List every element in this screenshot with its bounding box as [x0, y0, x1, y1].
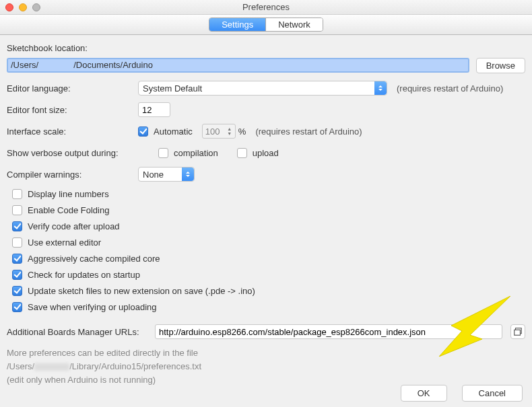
external-editor-checkbox[interactable] — [12, 237, 22, 248]
interface-scale-label: Interface scale: — [7, 126, 138, 137]
chevron-updown-icon — [182, 168, 194, 181]
ok-button[interactable]: OK — [401, 385, 447, 402]
redacted-text — [34, 363, 69, 371]
browse-button[interactable]: Browse — [476, 58, 525, 73]
compiler-warnings-select[interactable]: None — [138, 167, 195, 182]
save-verify-checkbox[interactable] — [12, 302, 22, 312]
chevron-updown-icon — [374, 81, 387, 95]
boards-urls-input[interactable] — [155, 324, 502, 339]
check-updates-checkbox[interactable] — [12, 270, 22, 280]
interface-scale-input[interactable]: 100 ▲▼ — [202, 124, 236, 139]
tab-settings[interactable]: Settings — [209, 18, 265, 31]
enable-code-folding-checkbox[interactable] — [12, 205, 22, 215]
stepper-icon: ▲▼ — [226, 126, 234, 137]
titlebar: Preferences — [0, 0, 532, 15]
footnote: More preferences can be edited directly … — [7, 346, 525, 387]
cancel-button[interactable]: Cancel — [462, 385, 523, 402]
tab-network[interactable]: Network — [265, 18, 323, 31]
compiler-warnings-label: Compiler warnings: — [7, 170, 138, 180]
aggr-cache-checkbox[interactable] — [12, 254, 22, 264]
font-size-input[interactable] — [138, 102, 170, 117]
window-stack-icon — [513, 327, 523, 336]
boards-urls-expand-button[interactable] — [510, 324, 525, 339]
interface-scale-auto-label: Automatic — [154, 126, 193, 137]
verbose-upload-label: upload — [253, 148, 279, 158]
dialog-footer: OK Cancel — [394, 385, 523, 402]
boards-urls-label: Additional Boards Manager URLs: — [7, 327, 155, 337]
editor-language-hint: (requires restart of Arduino) — [397, 83, 503, 94]
verify-after-upload-checkbox[interactable] — [12, 221, 22, 231]
display-line-numbers-checkbox[interactable] — [12, 189, 22, 199]
editor-language-value: System Default — [143, 83, 202, 94]
sketchbook-location-input[interactable] — [7, 58, 469, 73]
verbose-upload-checkbox[interactable] — [237, 148, 247, 158]
svg-rect-1 — [514, 330, 521, 335]
font-size-label: Editor font size: — [7, 105, 138, 115]
tab-bar: Settings Network — [0, 15, 532, 35]
window-title: Preferences — [0, 2, 532, 12]
verbose-compilation-label: compilation — [174, 148, 218, 158]
editor-language-select[interactable]: System Default — [138, 81, 387, 96]
update-ext-checkbox[interactable] — [12, 286, 22, 296]
editor-language-label: Editor language: — [7, 83, 138, 94]
interface-scale-hint: (requires restart of Arduino) — [255, 126, 362, 137]
content-pane: Sketchbook location: Browse Editor langu… — [0, 35, 532, 391]
compiler-warnings-value: None — [143, 170, 164, 180]
interface-scale-auto-checkbox[interactable] — [138, 126, 148, 137]
sketchbook-label: Sketchbook location: — [7, 43, 525, 53]
verbose-compilation-checkbox[interactable] — [158, 148, 168, 158]
verbose-label: Show verbose output during: — [7, 148, 158, 158]
